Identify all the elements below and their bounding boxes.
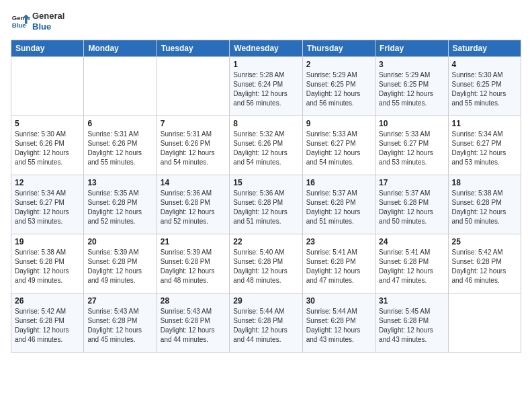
- calendar-cell: 27Sunrise: 5:43 AMSunset: 6:28 PMDayligh…: [84, 293, 157, 353]
- day-info: Sunrise: 5:36 AMSunset: 6:28 PMDaylight:…: [161, 189, 226, 226]
- day-info: Sunrise: 5:33 AMSunset: 6:27 PMDaylight:…: [379, 130, 444, 167]
- calendar-cell: 29Sunrise: 5:44 AMSunset: 6:28 PMDayligh…: [230, 293, 302, 353]
- column-header-sunday: Sunday: [11, 40, 84, 57]
- day-number: 25: [452, 237, 517, 246]
- calendar-cell: 17Sunrise: 5:37 AMSunset: 6:28 PMDayligh…: [375, 175, 448, 234]
- day-number: 26: [15, 296, 80, 306]
- calendar-table: SundayMondayTuesdayWednesdayThursdayFrid…: [11, 40, 521, 353]
- calendar-cell: 5Sunrise: 5:30 AMSunset: 6:26 PMDaylight…: [11, 116, 84, 175]
- calendar-cell: 15Sunrise: 5:36 AMSunset: 6:28 PMDayligh…: [230, 175, 302, 234]
- day-number: 5: [15, 119, 80, 128]
- day-info: Sunrise: 5:39 AMSunset: 6:28 PMDaylight:…: [161, 248, 226, 285]
- day-info: Sunrise: 5:32 AMSunset: 6:26 PMDaylight:…: [233, 130, 298, 167]
- calendar-cell: 21Sunrise: 5:39 AMSunset: 6:28 PMDayligh…: [157, 234, 229, 293]
- logo-blue: Blue: [32, 21, 64, 32]
- calendar-cell: 14Sunrise: 5:36 AMSunset: 6:28 PMDayligh…: [157, 175, 229, 234]
- calendar-cell: 26Sunrise: 5:42 AMSunset: 6:28 PMDayligh…: [11, 293, 84, 353]
- day-info: Sunrise: 5:29 AMSunset: 6:25 PMDaylight:…: [379, 71, 444, 108]
- day-info: Sunrise: 5:44 AMSunset: 6:28 PMDaylight:…: [233, 307, 298, 345]
- column-header-tuesday: Tuesday: [157, 40, 229, 57]
- day-number: 7: [161, 119, 226, 128]
- column-header-monday: Monday: [84, 40, 157, 57]
- week-row-3: 12Sunrise: 5:34 AMSunset: 6:27 PMDayligh…: [11, 175, 521, 234]
- day-number: 6: [87, 119, 152, 128]
- day-number: 18: [452, 178, 517, 187]
- calendar-cell: 4Sunrise: 5:30 AMSunset: 6:25 PMDaylight…: [448, 57, 521, 116]
- calendar-cell: 8Sunrise: 5:32 AMSunset: 6:26 PMDaylight…: [230, 116, 302, 175]
- calendar-cell: 12Sunrise: 5:34 AMSunset: 6:27 PMDayligh…: [11, 175, 84, 234]
- day-info: Sunrise: 5:31 AMSunset: 6:26 PMDaylight:…: [161, 130, 226, 167]
- day-info: Sunrise: 5:35 AMSunset: 6:28 PMDaylight:…: [87, 189, 152, 226]
- calendar-cell: 25Sunrise: 5:42 AMSunset: 6:28 PMDayligh…: [448, 234, 521, 293]
- logo-general: General: [32, 11, 64, 21]
- day-number: 27: [87, 296, 152, 306]
- calendar-cell: [84, 57, 157, 116]
- calendar-cell: 28Sunrise: 5:43 AMSunset: 6:28 PMDayligh…: [157, 293, 229, 353]
- day-info: Sunrise: 5:42 AMSunset: 6:28 PMDaylight:…: [452, 248, 517, 285]
- day-info: Sunrise: 5:34 AMSunset: 6:27 PMDaylight:…: [452, 130, 517, 167]
- calendar-cell: 31Sunrise: 5:45 AMSunset: 6:28 PMDayligh…: [375, 293, 448, 353]
- calendar-cell: 19Sunrise: 5:38 AMSunset: 6:28 PMDayligh…: [11, 234, 84, 293]
- day-number: 9: [306, 119, 371, 128]
- day-number: 20: [87, 237, 152, 246]
- logo-icon: General Blue: [11, 12, 30, 31]
- day-number: 4: [452, 60, 517, 69]
- logo: General Blue General Blue: [11, 11, 64, 32]
- day-info: Sunrise: 5:37 AMSunset: 6:28 PMDaylight:…: [306, 189, 371, 226]
- calendar-cell: 6Sunrise: 5:31 AMSunset: 6:26 PMDaylight…: [84, 116, 157, 175]
- day-info: Sunrise: 5:42 AMSunset: 6:28 PMDaylight:…: [15, 307, 80, 345]
- week-row-2: 5Sunrise: 5:30 AMSunset: 6:26 PMDaylight…: [11, 116, 521, 175]
- day-info: Sunrise: 5:30 AMSunset: 6:25 PMDaylight:…: [452, 71, 517, 108]
- day-info: Sunrise: 5:31 AMSunset: 6:26 PMDaylight:…: [87, 130, 152, 167]
- day-number: 31: [379, 296, 444, 306]
- calendar-cell: 13Sunrise: 5:35 AMSunset: 6:28 PMDayligh…: [84, 175, 157, 234]
- calendar-cell: [11, 57, 84, 116]
- calendar-cell: 2Sunrise: 5:29 AMSunset: 6:25 PMDaylight…: [302, 57, 375, 116]
- day-info: Sunrise: 5:41 AMSunset: 6:28 PMDaylight:…: [379, 248, 444, 285]
- day-number: 21: [161, 237, 226, 246]
- day-number: 12: [15, 178, 80, 187]
- day-info: Sunrise: 5:45 AMSunset: 6:28 PMDaylight:…: [379, 307, 444, 345]
- column-header-saturday: Saturday: [448, 40, 521, 57]
- day-info: Sunrise: 5:30 AMSunset: 6:26 PMDaylight:…: [15, 130, 80, 167]
- calendar-cell: 18Sunrise: 5:38 AMSunset: 6:28 PMDayligh…: [448, 175, 521, 234]
- calendar-cell: 11Sunrise: 5:34 AMSunset: 6:27 PMDayligh…: [448, 116, 521, 175]
- day-info: Sunrise: 5:39 AMSunset: 6:28 PMDaylight:…: [87, 248, 152, 285]
- calendar-cell: 30Sunrise: 5:44 AMSunset: 6:28 PMDayligh…: [302, 293, 375, 353]
- day-info: Sunrise: 5:40 AMSunset: 6:28 PMDaylight:…: [233, 248, 298, 285]
- day-number: 28: [161, 296, 226, 306]
- column-header-wednesday: Wednesday: [230, 40, 302, 57]
- calendar-cell: 16Sunrise: 5:37 AMSunset: 6:28 PMDayligh…: [302, 175, 375, 234]
- calendar-cell: 9Sunrise: 5:33 AMSunset: 6:27 PMDaylight…: [302, 116, 375, 175]
- page-header: General Blue General Blue: [11, 11, 521, 32]
- day-info: Sunrise: 5:43 AMSunset: 6:28 PMDaylight:…: [87, 307, 152, 345]
- day-number: 16: [306, 178, 371, 187]
- calendar-cell: [448, 293, 521, 353]
- calendar-cell: [157, 57, 229, 116]
- day-number: 29: [233, 296, 298, 306]
- day-number: 10: [379, 119, 444, 128]
- day-number: 22: [233, 237, 298, 246]
- day-info: Sunrise: 5:29 AMSunset: 6:25 PMDaylight:…: [306, 71, 371, 108]
- calendar-cell: 22Sunrise: 5:40 AMSunset: 6:28 PMDayligh…: [230, 234, 302, 293]
- svg-text:Blue: Blue: [12, 21, 26, 28]
- day-number: 14: [161, 178, 226, 187]
- day-number: 24: [379, 237, 444, 246]
- calendar-cell: 3Sunrise: 5:29 AMSunset: 6:25 PMDaylight…: [375, 57, 448, 116]
- column-header-thursday: Thursday: [302, 40, 375, 57]
- day-info: Sunrise: 5:28 AMSunset: 6:24 PMDaylight:…: [233, 71, 298, 108]
- day-number: 23: [306, 237, 371, 246]
- day-number: 11: [452, 119, 517, 128]
- calendar-cell: 1Sunrise: 5:28 AMSunset: 6:24 PMDaylight…: [230, 57, 302, 116]
- day-number: 19: [15, 237, 80, 246]
- day-info: Sunrise: 5:36 AMSunset: 6:28 PMDaylight:…: [233, 189, 298, 226]
- calendar-cell: 7Sunrise: 5:31 AMSunset: 6:26 PMDaylight…: [157, 116, 229, 175]
- week-row-5: 26Sunrise: 5:42 AMSunset: 6:28 PMDayligh…: [11, 293, 521, 353]
- calendar-cell: 23Sunrise: 5:41 AMSunset: 6:28 PMDayligh…: [302, 234, 375, 293]
- day-info: Sunrise: 5:43 AMSunset: 6:28 PMDaylight:…: [161, 307, 226, 345]
- day-info: Sunrise: 5:38 AMSunset: 6:28 PMDaylight:…: [15, 248, 80, 285]
- day-info: Sunrise: 5:37 AMSunset: 6:28 PMDaylight:…: [379, 189, 444, 226]
- day-info: Sunrise: 5:38 AMSunset: 6:28 PMDaylight:…: [452, 189, 517, 226]
- day-info: Sunrise: 5:33 AMSunset: 6:27 PMDaylight:…: [306, 130, 371, 167]
- week-row-1: 1Sunrise: 5:28 AMSunset: 6:24 PMDaylight…: [11, 57, 521, 116]
